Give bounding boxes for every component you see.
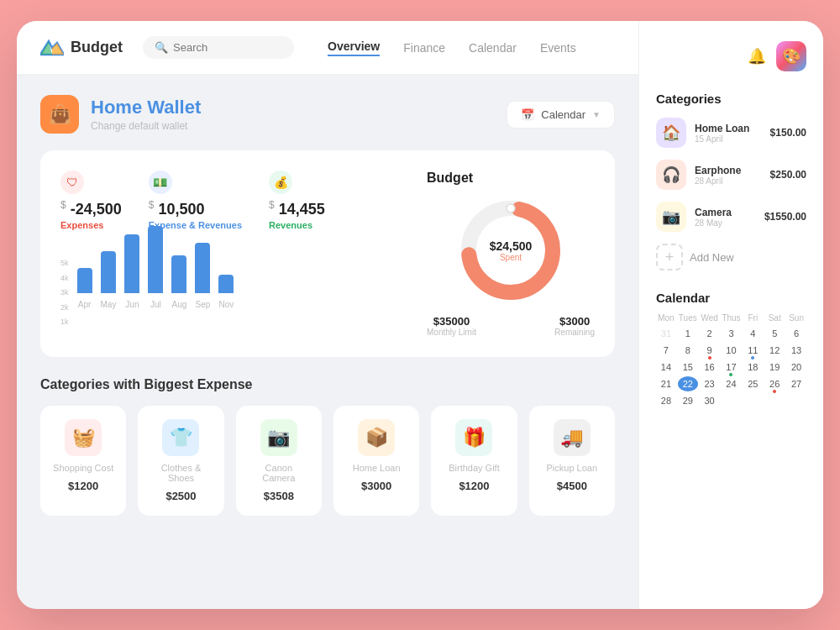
cal-day-22[interactable]: 22 — [678, 376, 698, 391]
nav-events[interactable]: Events — [540, 41, 576, 55]
stat-expenses-label: Expenses — [60, 220, 122, 230]
cal-day-6[interactable]: 6 — [786, 326, 806, 341]
cal-day-25[interactable]: 25 — [743, 376, 763, 391]
wallet-title: Home Wallet — [91, 97, 201, 118]
cat-clothes-amount: $2500 — [165, 490, 196, 502]
cat-gift-name: Birthday Gift — [449, 463, 500, 473]
cal-day-24[interactable]: 24 — [722, 376, 742, 391]
cat-card-clothes[interactable]: 👕 Clothes & Shoes $2500 — [138, 406, 223, 516]
categories-expense-title: Categories with Biggest Expense — [40, 377, 615, 392]
sidebar-cat-homeloan[interactable]: 🏠 Home Loan 15 April $150.00 — [656, 118, 806, 148]
cal-day-13[interactable]: 13 — [786, 343, 806, 358]
sidebar-camera-date: 28 May — [695, 218, 756, 228]
money-icon: 💵 — [149, 171, 172, 194]
logo-icon — [40, 39, 64, 56]
cal-day-15[interactable]: 15 — [678, 360, 698, 375]
cal-day-30[interactable]: 30 — [700, 393, 720, 408]
bar-aug-bar — [171, 255, 186, 293]
calendar-grid: Mon Tues Wed Thus Fri Sat Sun 31 1 2 3 4… — [656, 312, 806, 408]
cal-day-12[interactable]: 12 — [764, 343, 785, 358]
svg-marker-1 — [52, 43, 64, 55]
add-icon: + — [656, 244, 683, 270]
sidebar-homeloan-icon: 🏠 — [656, 118, 686, 148]
sidebar-earphone-amount: $250.00 — [770, 169, 806, 181]
cat-camera-icon: 📷 — [260, 419, 297, 456]
cal-day-18[interactable]: 18 — [743, 360, 763, 375]
add-new-button[interactable]: + Add New — [656, 244, 806, 270]
cat-shopping-icon: 🧺 — [65, 419, 102, 456]
cal-day-29[interactable]: 29 — [678, 393, 698, 408]
stat-revenues-value: $ 14,455 — [269, 199, 325, 218]
bar-chart-container: 5k 4k 3k 2k 1k Apr — [60, 250, 407, 326]
cal-day-10[interactable]: 10 — [722, 343, 742, 358]
calendar-section: Calendar Mon Tues Wed Thus Fri Sat Sun 3… — [656, 291, 806, 408]
main-area: Budget 🔍 Overview Finance Calendar Event… — [17, 21, 638, 609]
cal-day-2[interactable]: 2 — [700, 326, 720, 341]
cal-day-3[interactable]: 3 — [722, 326, 742, 341]
cal-day-11[interactable]: 11 — [743, 343, 763, 358]
sidebar-homeloan-amount: $150.00 — [770, 127, 806, 139]
nav-calendar[interactable]: Calendar — [469, 41, 517, 55]
cal-day-17[interactable]: 17 — [722, 360, 742, 375]
bell-icon[interactable]: 🔔 — [748, 47, 766, 66]
cal-day-23[interactable]: 23 — [700, 376, 720, 391]
calendar-label: Calendar — [541, 108, 585, 121]
cal-day-26[interactable]: 26 — [764, 376, 785, 391]
cat-card-gift[interactable]: 🎁 Birthday Gift $1200 — [431, 406, 517, 516]
cat-card-shopping[interactable]: 🧺 Shopping Cost $1200 — [40, 406, 126, 516]
cat-card-camera[interactable]: 📷 Canon Camera $3508 — [236, 406, 322, 516]
sidebar-earphone-icon: 🎧 — [656, 160, 686, 190]
avatar[interactable]: 🎨 — [776, 41, 806, 71]
cat-camera-name: Canon Camera — [248, 463, 310, 483]
donut-spent-label: Spent — [490, 253, 533, 262]
cal-day-20[interactable]: 20 — [786, 360, 806, 375]
cat-homeloan-name: Home Loan — [353, 463, 401, 473]
bar-aug-label: Aug — [172, 300, 187, 309]
sidebar-camera-icon: 📷 — [656, 202, 686, 232]
cal-day-21[interactable]: 21 — [656, 376, 676, 391]
sidebar-cat-earphone[interactable]: 🎧 Earphone 28 April $250.00 — [656, 160, 806, 190]
cal-day-31[interactable]: 31 — [656, 326, 676, 341]
cal-day-1[interactable]: 1 — [678, 326, 698, 341]
donut-amount: $24,500 — [490, 239, 533, 253]
cat-card-pickup[interactable]: 🚚 Pickup Loan $4500 — [529, 406, 615, 516]
cal-day-19[interactable]: 19 — [764, 360, 785, 375]
sidebar-earphone-name: Earphone — [695, 165, 762, 176]
bar-nov: Nov — [218, 275, 234, 309]
wallet-text: Home Wallet Change default wallet — [91, 97, 201, 132]
chevron-down-icon: ▼ — [592, 110, 601, 119]
search-input[interactable] — [173, 41, 282, 54]
nav-finance[interactable]: Finance — [403, 41, 445, 55]
cat-homeloan-amount: $3000 — [361, 480, 391, 492]
search-bar[interactable]: 🔍 — [143, 36, 294, 59]
cal-header-sat: Sat — [764, 312, 785, 324]
cat-shopping-name: Shopping Cost — [53, 463, 113, 473]
cal-day-4[interactable]: 4 — [743, 326, 763, 341]
cal-day-28[interactable]: 28 — [656, 393, 676, 408]
cal-day-7[interactable]: 7 — [656, 343, 676, 358]
stat-expense-revenue: 💵 $ 10,500 Expense & Revenues — [149, 171, 242, 230]
cal-day-5[interactable]: 5 — [764, 326, 785, 341]
sidebar-cat-camera[interactable]: 📷 Camera 28 May $1550.00 — [656, 202, 806, 232]
sidebar-camera-amount: $1550.00 — [764, 211, 806, 223]
nav-overview[interactable]: Overview — [328, 39, 380, 56]
cal-day-9[interactable]: 9 — [700, 343, 720, 358]
calendar-dropdown[interactable]: 📅 Calendar ▼ — [507, 101, 615, 129]
bar-jul-bar — [148, 226, 163, 293]
wallet-subtitle: Change default wallet — [91, 120, 201, 132]
cal-day-27[interactable]: 27 — [786, 376, 806, 391]
cal-header-fri: Fri — [743, 312, 763, 324]
calendar-sidebar-title: Calendar — [656, 291, 806, 305]
bar-chart: Apr May Jun — [77, 250, 234, 326]
bar-may: May — [101, 251, 117, 309]
categories-sidebar-title: Categories — [656, 92, 806, 106]
y-axis: 5k 4k 3k 2k 1k — [60, 259, 69, 326]
sidebar-homeloan-name: Home Loan — [695, 123, 762, 134]
sidebar-earphone-date: 28 April — [695, 176, 762, 186]
cat-card-homeloan[interactable]: 📦 Home Loan $3000 — [333, 406, 419, 516]
stats-row: 🛡 $ -24,500 Expenses 💵 $ 10,500 Expense … — [60, 171, 407, 230]
cal-day-8[interactable]: 8 — [678, 343, 698, 358]
cal-day-14[interactable]: 14 — [656, 360, 676, 375]
cal-day-16[interactable]: 16 — [700, 360, 720, 375]
cat-camera-amount: $3508 — [264, 490, 294, 502]
